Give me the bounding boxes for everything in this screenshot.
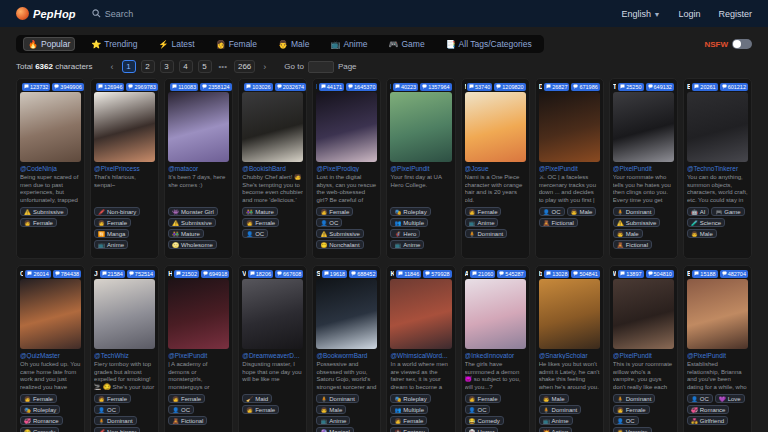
tag-pill[interactable]: 👨 Male — [613, 229, 643, 238]
pagination-next[interactable]: › — [260, 62, 269, 72]
tag-pill[interactable]: 👤 OC — [613, 416, 639, 425]
creator-handle[interactable]: @DreamweaverD... — [242, 352, 303, 359]
tag-pill[interactable]: 🧍 Dominant — [465, 229, 508, 238]
character-card[interactable]: Cathlee 26014 784438 @QuizMaster Oh you … — [16, 265, 85, 432]
tag-pill[interactable]: 👩 Female — [242, 218, 279, 227]
filter-item-game[interactable]: 🎮 Game — [384, 38, 428, 50]
character-card[interactable]: An Unh 21060 545287 @InkedInnovator The … — [461, 265, 530, 432]
character-art[interactable] — [316, 279, 377, 349]
tag-pill[interactable]: 👨 Male — [316, 405, 346, 414]
filter-item-female[interactable]: 👩 Female — [212, 38, 261, 50]
character-card[interactable]: Lucy 44171 1645370 @PixelProdigy Lost in… — [312, 78, 381, 259]
character-art[interactable] — [94, 279, 155, 349]
creator-handle[interactable]: @matacor — [168, 165, 229, 172]
creator-handle[interactable]: @PixelPundit — [168, 352, 229, 359]
character-card[interactable]: Empty : 20261 601212 @TechnoTinkerer You… — [683, 78, 752, 259]
tag-pill[interactable]: 👫 Mature — [242, 207, 278, 216]
tag-pill[interactable]: 🖍️ Non-binary — [94, 427, 140, 432]
tag-pill[interactable]: 📺 Anime — [94, 240, 128, 249]
character-card[interactable]: Kazu 123732 3949906 @CodeNinja Being sup… — [16, 78, 85, 259]
creator-handle[interactable]: @PixelPundit — [539, 165, 600, 172]
last-page-button[interactable]: 266 — [234, 60, 255, 73]
tag-pill[interactable]: 🎭 Roleplay — [390, 207, 430, 216]
character-art[interactable] — [242, 279, 303, 349]
character-card[interactable]: Satoru 19618 688452 @BookwormBard Posses… — [312, 265, 381, 432]
creator-handle[interactable]: @WhimsicalWord... — [390, 352, 451, 359]
filter-item-anime[interactable]: 📺 Anime — [326, 38, 371, 50]
page-button-1[interactable]: 1 — [122, 60, 136, 73]
character-art[interactable] — [613, 92, 674, 162]
creator-handle[interactable]: @SnarkyScholar — [539, 352, 600, 359]
character-art[interactable] — [539, 279, 600, 349]
logo[interactable]: PepHop — [16, 7, 76, 20]
page-button-4[interactable]: 4 — [179, 60, 193, 73]
character-art[interactable] — [390, 92, 451, 162]
tag-pill[interactable]: 👩 Female — [242, 405, 279, 414]
tag-pill[interactable]: 👩 Female — [465, 207, 502, 216]
character-card[interactable]: Knight 11846 579928 @WhimsicalWord... In… — [386, 265, 455, 432]
creator-handle[interactable]: @TechnoTinkerer — [687, 165, 748, 172]
character-card[interactable]: Hell's a 21502 694918 @PixelPundit | A a… — [164, 265, 233, 432]
creator-handle[interactable]: @QuizMaster — [20, 352, 81, 359]
tag-pill[interactable]: 🧸 Fictional — [168, 416, 207, 425]
character-art[interactable] — [539, 92, 600, 162]
creator-handle[interactable]: @CodeNinja — [20, 165, 81, 172]
character-art[interactable] — [613, 279, 674, 349]
tag-pill[interactable]: 🏰 Fantasy — [390, 427, 428, 432]
tag-pill[interactable]: 😂 Comedy — [465, 416, 504, 425]
tag-pill[interactable]: 👤 OC — [168, 405, 194, 414]
tag-pill[interactable]: 👩 Female — [20, 394, 57, 403]
character-card[interactable]: bakugo 13028 504841 @SnarkyScholar He li… — [535, 265, 604, 432]
tag-pill[interactable]: 😂 Comedy — [20, 427, 59, 432]
character-card[interactable]: Willow 13897 504810 @PixelPundit This is… — [609, 265, 678, 432]
tag-pill[interactable]: 👤 OC — [687, 394, 713, 403]
page-button-5[interactable]: 5 — [198, 60, 212, 73]
character-card[interactable]: Victoria 18206 667608 @DreamweaverD... D… — [238, 265, 307, 432]
tag-pill[interactable]: 👩 Female — [316, 207, 353, 216]
tag-pill[interactable]: 🖍️ Non-binary — [94, 207, 140, 216]
register-link[interactable]: Register — [718, 9, 752, 19]
character-card[interactable]: sada 110083 2358124 @matacor It's been 7… — [164, 78, 233, 259]
tag-pill[interactable]: 🎭 Roleplay — [390, 394, 430, 403]
character-art[interactable] — [465, 279, 526, 349]
tag-pill[interactable]: 👩 Female — [94, 394, 131, 403]
tag-pill[interactable]: 🤖 AI — [687, 207, 710, 216]
character-card[interactable]: My He 40223 1357964 @PixelPundit Your fi… — [386, 78, 455, 259]
tag-pill[interactable]: 🧪 Science — [687, 218, 725, 227]
tag-pill[interactable]: 👾 Monster Girl — [168, 207, 218, 216]
tag-pill[interactable]: 🎮 Game — [711, 207, 744, 216]
tag-pill[interactable]: 🧸 Fictional — [539, 218, 578, 227]
creator-handle[interactable]: @PixelPundit — [613, 352, 674, 359]
tag-pill[interactable]: 👨 Male — [687, 229, 717, 238]
character-art[interactable] — [687, 92, 748, 162]
tag-pill[interactable]: 👤 OC — [539, 207, 565, 216]
tag-pill[interactable]: 👤 OC — [242, 229, 268, 238]
tag-pill[interactable]: 👩 Female — [390, 416, 427, 425]
tag-pill[interactable]: 👥 Multiple — [390, 405, 428, 414]
tag-pill[interactable]: ⚠️ Submissive — [168, 218, 216, 227]
filter-item-popular[interactable]: 🔥 Popular — [24, 38, 74, 50]
search-input[interactable]: Search — [92, 9, 134, 19]
character-card[interactable]: Chef 103026 2032674 @BookishBard Chubby … — [238, 78, 307, 259]
goto-page-input[interactable] — [308, 61, 334, 73]
tag-pill[interactable]: 💑 Girlfriend — [687, 416, 728, 425]
tag-pill[interactable]: 👫 Mature — [168, 229, 204, 238]
tag-pill[interactable]: 💞 Romance — [687, 405, 730, 414]
creator-handle[interactable]: @PixelPundit — [613, 165, 674, 172]
creator-handle[interactable]: @PixelProdigy — [316, 165, 377, 172]
tag-pill[interactable]: 🧍 Dominant — [613, 207, 656, 216]
tag-pill[interactable]: 🧸 Fictional — [613, 240, 652, 249]
tag-pill[interactable]: 😶 Nonchalant — [316, 240, 363, 249]
tag-pill[interactable]: 📺 Anime — [539, 416, 573, 425]
language-selector[interactable]: English ▼ — [621, 9, 660, 19]
nsfw-toggle[interactable] — [732, 39, 752, 49]
tag-pill[interactable]: 👩 Female — [20, 218, 57, 227]
tag-pill[interactable]: ⚠️ Submissive — [316, 229, 364, 238]
tag-pill[interactable]: 👻 Horror — [465, 427, 499, 432]
tag-pill[interactable]: 🧹 Maid — [242, 394, 272, 403]
tag-pill[interactable]: 📺 Anime — [465, 218, 499, 227]
character-art[interactable] — [242, 92, 303, 162]
tag-pill[interactable]: ⚠️ Submissive — [20, 207, 68, 216]
tag-pill[interactable]: 🧍 Dominant — [539, 405, 582, 414]
tag-pill[interactable]: 🦸 Hero — [390, 229, 420, 238]
